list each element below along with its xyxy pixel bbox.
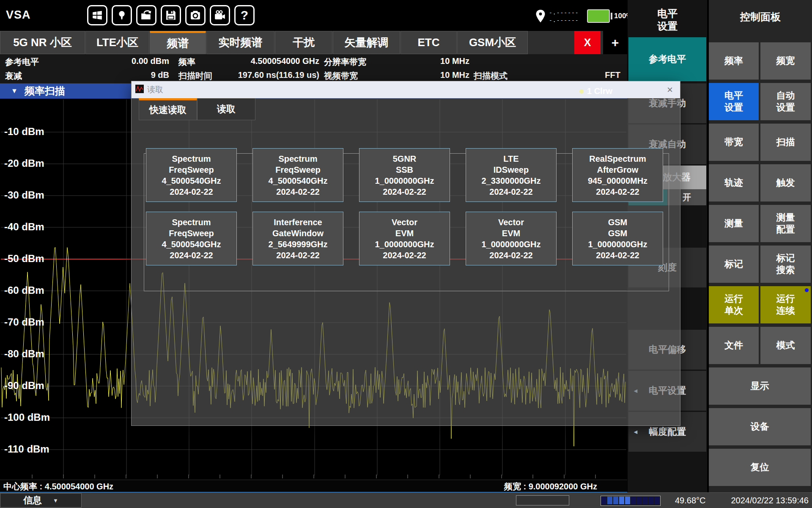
card-line: 2024-02-22 [253,250,343,261]
panel-button-模式[interactable]: 模式 [760,327,811,364]
dialog-tab-读取[interactable]: 读取 [197,98,255,120]
gps-indicator: -.------ -.------ [535,9,579,23]
panel-button-自动设置[interactable]: 自动 设置 [760,83,811,120]
video-record-icon[interactable] [210,5,230,25]
progress-segment-8 [649,497,654,504]
card-line: 1_0000000GHz [466,239,556,250]
saved-setting-card-LTE[interactable]: LTEIDSweep2_3300000GHz2024-02-22 [466,148,557,202]
panel-button-电平设置[interactable]: 电平 设置 [709,83,759,120]
card-line: 2024-02-22 [573,250,663,261]
continuous-run-indicator-dot [805,288,809,292]
recall-folder-icon[interactable] [136,5,156,25]
panel-button-运行单次[interactable]: 运行 单次 [709,286,759,323]
card-line: 2024-02-22 [146,250,236,261]
bulb-icon[interactable] [112,5,132,25]
y-axis-tick--80 dBm: -80 dBm [4,348,44,360]
panel-button-测量[interactable]: 测量 [709,205,759,242]
card-line: 5GNR [359,153,450,164]
help-icon[interactable]: ? [234,5,255,25]
add-tab-button[interactable]: + [603,31,627,54]
card-line: AfterGrow [573,164,663,175]
y-axis-tick--110 dBm: -110 dBm [4,443,49,455]
saved-setting-card-5GNR[interactable]: 5GNRSSB1_0000000GHz2024-02-22 [359,148,450,202]
camera-icon[interactable] [185,5,206,25]
battery-nub [611,13,612,19]
card-line: 4_5000540GHz [253,175,343,186]
saved-setting-card-GSM[interactable]: GSMGSM1_0000000GHz2024-02-22 [572,212,663,265]
softkey-blank [628,453,706,492]
y-axis-tick--100 dBm: -100 dBm [4,411,50,423]
card-line: 2_3300000GHz [466,175,556,186]
tab-实时频谱[interactable]: 实时频谱 [206,31,274,54]
dialog-tab-快速读取[interactable]: 快速读取 [139,98,197,120]
panel-button-频率[interactable]: 频率 [709,42,759,80]
top-bar: VSA [0,0,627,31]
tab-ETC[interactable]: ETC [401,31,457,54]
saved-setting-card-Spectrum[interactable]: SpectrumFreqSweep4_5000540GHz2024-02-22 [146,212,237,265]
tab-LTE小区[interactable]: LTE小区 [85,31,149,54]
app-logo: VSA [6,8,31,22]
panel-button-设备[interactable]: 设备 [709,408,811,445]
info-dropdown[interactable]: 信息 ▼ [0,493,82,508]
battery-icon [587,9,610,23]
y-axis-tick--40 dBm: -40 dBm [4,221,44,233]
card-line: EVM [466,228,556,239]
dialog-body: 保存设置 SpectrumFreqSweep4_5000540GHz2024-0… [132,98,680,425]
softkey-参考电平[interactable]: 参考电平 [628,37,706,81]
recall-dialog: 读取 × 保存设置 SpectrumFreqSweep4_5000540GHz2… [132,81,680,425]
center-frequency-label: 中心频率 : 4.500054000 GHz [3,481,113,492]
span-label: 频宽 : 9.000092000 GHz [343,481,597,492]
dialog-close-icon[interactable]: × [664,84,676,95]
panel-button-运行连续[interactable]: 运行 连续 [760,286,811,323]
panel-button-扫描[interactable]: 扫描 [760,124,811,161]
progress-segment-3 [619,497,624,504]
card-line: GateWindow [253,228,343,239]
saved-setting-card-Interference[interactable]: InterferenceGateWindow2_5649999GHz2024-0… [252,212,343,265]
tab-干扰[interactable]: 干扰 [275,31,332,54]
card-line: 2024-02-22 [146,186,236,197]
card-line: 1_0000000GHz [359,175,450,186]
progress-segment-6 [637,497,642,504]
gps-line-2: -.------ [549,17,579,23]
setting-value-频率: 4.500054000 GHz [180,56,319,66]
progress-segment-1 [607,497,612,504]
windows-icon[interactable] [87,5,107,25]
panel-button-显示[interactable]: 显示 [709,367,811,405]
trace-legend-text: 1 Clrw [587,86,612,96]
panel-button-标记[interactable]: 标记 [709,246,759,283]
saved-setting-card-Spectrum[interactable]: SpectrumFreqSweep4_5000540GHz2024-02-22 [252,148,343,202]
card-line: Spectrum [146,153,236,164]
measurement-tab-bar: 5G NR 小区LTE小区频谱实时频谱干扰矢量解调ETCGSM小区 [0,31,627,54]
panel-button-文件[interactable]: 文件 [709,327,759,364]
panel-button-标记搜索[interactable]: 标记 搜索 [760,246,811,283]
tab-5G NR 小区[interactable]: 5G NR 小区 [0,31,85,54]
close-tab-button[interactable]: X [574,31,601,54]
saved-setting-card-Spectrum[interactable]: SpectrumFreqSweep4_5000540GHz2024-02-22 [146,148,237,202]
panel-button-带宽[interactable]: 带宽 [709,124,759,161]
panel-button-触发[interactable]: 触发 [760,164,811,202]
saved-setting-card-Vector[interactable]: VectorEVM1_0000000GHz2024-02-22 [359,212,450,265]
progress-segment-5 [631,497,636,504]
save-icon[interactable] [161,5,181,25]
panel-button-轨迹[interactable]: 轨迹 [709,164,759,202]
card-line: 2024-02-22 [359,250,450,261]
tab-GSM小区[interactable]: GSM小区 [457,31,528,54]
panel-button-复位[interactable]: 复位 [709,449,811,486]
card-line: GSM [573,228,663,239]
card-line: 4_5000540GHz [146,239,236,250]
panel-button-频宽[interactable]: 频宽 [760,42,811,80]
card-line: 2_5649999GHz [253,239,343,250]
card-line: FreqSweep [253,164,343,175]
panel-button-测量配置[interactable]: 测量 配置 [760,205,811,242]
card-line: 1_0000000GHz [359,239,450,250]
card-line: 2024-02-22 [573,186,663,197]
saved-setting-card-Vector[interactable]: VectorEVM1_0000000GHz2024-02-22 [466,212,557,265]
card-line: Spectrum [146,217,236,228]
trace-legend: 1 Clrw [579,86,612,96]
card-line: RealSpectrum [573,153,663,164]
card-line: Interference [253,217,343,228]
tab-频谱[interactable]: 频谱 [150,31,206,54]
setting-value-扫描模式: FFT [481,70,620,80]
tab-矢量解调[interactable]: 矢量解调 [333,31,400,54]
saved-setting-card-RealSpectrum[interactable]: RealSpectrumAfterGrow945_00000MHz2024-02… [572,148,663,202]
